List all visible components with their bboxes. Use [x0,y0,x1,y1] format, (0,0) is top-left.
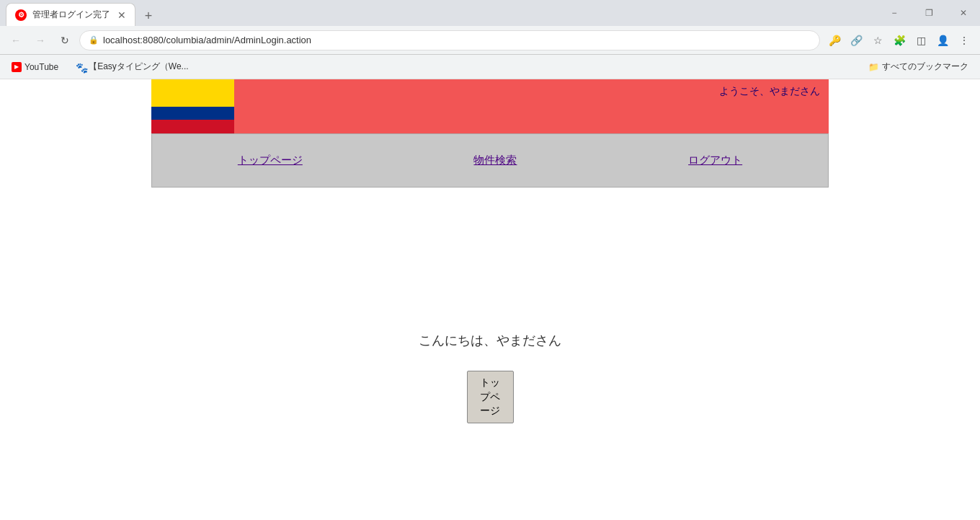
header-section: ようこそ、やまださん [151,79,829,133]
active-tab[interactable]: ⚙ 管理者ログイン完了 ✕ [6,3,135,26]
easy-typing-label: 【Easyタイピング（We... [89,61,188,73]
youtube-icon: ▶ [12,62,22,72]
menu-icon[interactable]: ⋮ [954,30,974,50]
back-button[interactable]: ← [6,30,26,50]
address-bar: ← → ↻ 🔒 localhost:8080/columbia/admin/Ad… [0,26,980,55]
flag-red [151,120,234,133]
toolbar-icons: 🔑 🔗 ☆ 🧩 ◫ 👤 ⋮ [824,30,974,50]
sidepanel-icon[interactable]: ◫ [911,30,931,50]
easy-typing-icon: 🐾 [76,62,86,72]
browser-chrome: ⚙ 管理者ログイン完了 ✕ + − ❐ ✕ ← → ↻ 🔒 localhost:… [0,0,980,79]
new-tab-button[interactable]: + [138,6,159,26]
key-icon[interactable]: 🔑 [824,30,845,50]
tab-close-button[interactable]: ✕ [117,9,126,21]
window-restore-button[interactable]: ❐ [912,0,945,26]
url-bar[interactable]: 🔒 localhost:8080/columbia/admin/AdminLog… [79,30,820,50]
nav-top-page-link[interactable]: トップページ [238,154,303,167]
tab-title: 管理者ログイン完了 [32,9,110,21]
window-close-button[interactable]: ✕ [947,0,980,26]
header-right: ようこそ、やまださん [234,79,829,133]
flag-blue [151,107,234,120]
page-content: ようこそ、やまださん トップページ 物件検索 ログアウト こんにちは、やまださん… [0,79,980,498]
youtube-label: YouTube [24,62,58,72]
window-controls: − ❐ ✕ [878,0,980,26]
greeting-text: こんにちは、やまださん [419,332,561,349]
easy-typing-bookmark[interactable]: 🐾 【Easyタイピング（We... [70,59,194,74]
nav-search-link[interactable]: 物件検索 [473,154,517,167]
nav-section: トップページ 物件検索 ログアウト [151,133,829,188]
forward-button[interactable]: → [30,30,50,50]
main-body: こんにちは、やまださん トップページ [151,188,829,452]
bookmarks-bar: ▶ YouTube 🐾 【Easyタイピング（We... 📁 すべてのブックマー… [0,55,980,79]
tab-favicon: ⚙ [15,9,27,21]
profile-icon[interactable]: 👤 [932,30,953,50]
share-icon[interactable]: 🔗 [846,30,866,50]
top-page-button[interactable]: トップページ [467,371,514,423]
bookmark-folder-icon: 📁 [868,62,879,72]
youtube-bookmark[interactable]: ▶ YouTube [6,61,64,74]
extension-icon[interactable]: 🧩 [889,30,909,50]
star-icon[interactable]: ☆ [868,30,888,50]
tab-bar: ⚙ 管理者ログイン完了 ✕ + − ❐ ✕ [0,0,980,26]
lock-icon: 🔒 [89,35,99,45]
url-text: localhost:8080/columbia/admin/AdminLogin… [103,35,311,45]
reload-button[interactable]: ↻ [55,30,75,50]
nav-logout-link[interactable]: ログアウト [688,154,742,167]
colombia-flag [151,79,234,133]
window-minimize-button[interactable]: − [878,0,911,26]
all-bookmarks-button[interactable]: 📁 すべてのブックマーク [863,59,974,74]
all-bookmarks-label: すべてのブックマーク [882,61,968,73]
welcome-text: ようこそ、やまださん [719,85,820,98]
flag-yellow [151,79,234,107]
